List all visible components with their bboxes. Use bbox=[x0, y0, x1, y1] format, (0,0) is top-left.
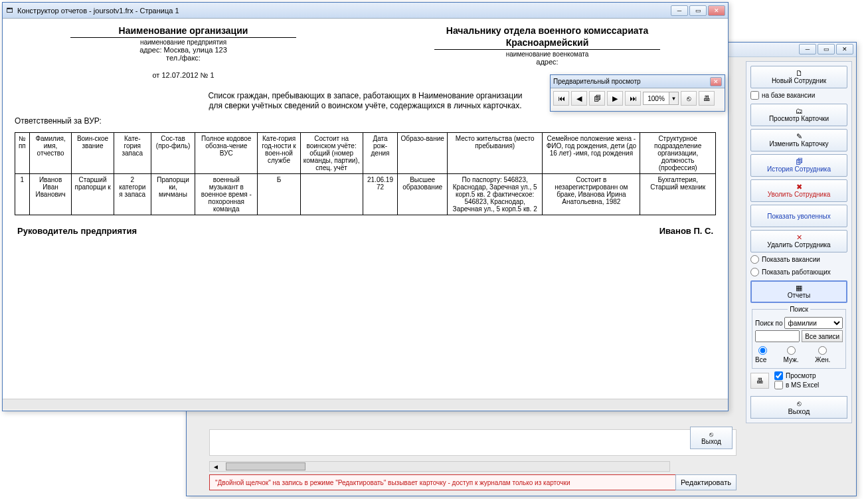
report-hscroll[interactable] bbox=[3, 399, 728, 409]
close-preview-button[interactable]: ⎋ bbox=[681, 91, 697, 106]
table-header-row: № ппФамилия, имя, отчествоВоин-ское зван… bbox=[15, 133, 716, 174]
btn-label: История Сотрудника bbox=[767, 165, 831, 173]
base-vacancy-checkbox-row[interactable]: на базе вакансии bbox=[750, 91, 847, 100]
edit-icon: ✎ bbox=[796, 133, 802, 140]
document-icon: 🗋 bbox=[796, 70, 803, 77]
search-legend: Поиск bbox=[788, 306, 810, 313]
table-header: Состоит на воинском учёте: общий (номер … bbox=[300, 133, 363, 174]
search-input[interactable] bbox=[755, 330, 800, 342]
minimize-button[interactable]: ─ bbox=[799, 44, 816, 54]
minimize-button[interactable]: ─ bbox=[671, 5, 688, 16]
new-employee-button[interactable]: 🗋 Новый Сотрудник bbox=[750, 66, 847, 88]
sidebar-panel: 🗋 Новый Сотрудник на базе вакансии 🗂 Про… bbox=[746, 61, 852, 423]
printer-icon: 🖶 bbox=[703, 94, 711, 102]
print-preview-button[interactable]: 🖶 bbox=[699, 91, 715, 106]
document-page: Наименование организации наименование пр… bbox=[3, 19, 728, 249]
preview-checkbox[interactable] bbox=[774, 371, 783, 380]
table-header: Дата рож-дения bbox=[363, 133, 398, 174]
show-working-radio[interactable] bbox=[750, 268, 759, 276]
history-button[interactable]: 🗐 История Сотрудника bbox=[750, 154, 847, 177]
chevron-down-icon[interactable]: ▼ bbox=[669, 92, 679, 105]
table-header: № пп bbox=[15, 133, 30, 174]
preview-chk-row[interactable]: Просмотр bbox=[774, 371, 819, 380]
preview-titlebar[interactable]: Предварительный просмотр ✕ bbox=[551, 75, 725, 88]
edit-card-button[interactable]: ✎ Изменить Карточку bbox=[750, 129, 847, 151]
show-working-radio-row[interactable]: Показать работающих bbox=[750, 268, 847, 276]
table-header: Сос-тав (про-филь) bbox=[151, 133, 195, 174]
last-icon: ⏭ bbox=[630, 94, 637, 102]
last-page-button[interactable]: ⏭ bbox=[625, 91, 641, 106]
base-vacancy-checkbox[interactable] bbox=[750, 91, 759, 100]
btn-label: Выход bbox=[788, 407, 810, 415]
btn-label: Отчеты bbox=[788, 292, 811, 299]
table-cell: По паспорту: 546823, Краснодар, Заречная… bbox=[447, 174, 543, 215]
zoom-input[interactable] bbox=[643, 92, 669, 105]
table-cell: военный музыкант в военное время - похор… bbox=[195, 174, 258, 215]
table-cell: Бухгалтерия, Старший механик bbox=[640, 174, 716, 215]
prev-icon: ◀ bbox=[576, 94, 582, 103]
dest-sub: наименование военкомата bbox=[434, 49, 660, 58]
table-cell: Старший прапорщи к bbox=[72, 174, 114, 215]
door-exit-icon: ⎋ bbox=[687, 94, 691, 102]
search-field-select[interactable]: фамилии bbox=[784, 317, 843, 329]
chk-label: на базе вакансии bbox=[762, 92, 815, 99]
scrollbar-thumb[interactable] bbox=[226, 462, 305, 470]
print-button[interactable]: 🖶 bbox=[750, 373, 769, 389]
btn-label: Уволить Сотрудника bbox=[768, 191, 831, 198]
fire-employee-button[interactable]: ✖ Уволить Сотрудника bbox=[750, 179, 847, 202]
zoom-select[interactable]: ▼ bbox=[643, 92, 679, 105]
report-designer-window: 🗔 Конструктор отчетов - joursotv1.frx - … bbox=[2, 2, 729, 411]
show-vacancies-radio-row[interactable]: Показать вакансии bbox=[750, 255, 847, 264]
btn-label: Новый Сотрудник bbox=[772, 77, 826, 84]
table-cell: 21.06.19 72 bbox=[363, 174, 398, 215]
table-header: Кате-гория год-ности к воен-ной службе bbox=[258, 133, 300, 174]
view-card-button[interactable]: 🗂 Просмотр Карточки bbox=[750, 104, 847, 126]
btn-label: Удалить Сотрудника bbox=[767, 241, 830, 249]
table-cell: Высшее образование bbox=[398, 174, 448, 215]
sidebar-exit-button[interactable]: ⎋ Выход bbox=[750, 396, 847, 419]
fire-icon: ✖ bbox=[796, 183, 802, 191]
close-button[interactable]: ✕ bbox=[710, 77, 722, 86]
gender-m[interactable]: Муж. bbox=[784, 344, 812, 363]
table-cell: Б bbox=[258, 174, 300, 215]
preview-toolbar-window: Предварительный просмотр ✕ ⏮ ◀ 🗐 ▶ ⏭ ▼ ⎋… bbox=[550, 74, 725, 112]
excel-checkbox[interactable] bbox=[774, 381, 783, 389]
maximize-button[interactable]: ▭ bbox=[818, 44, 835, 54]
gender-f[interactable]: Жен. bbox=[815, 344, 843, 363]
table-header: Полное кодовое обозна-чение ВУС bbox=[195, 133, 258, 174]
search-group: Поиск Поиск по фамилии Все записи Все Му… bbox=[752, 306, 846, 369]
table-header: Кате-гория запаса bbox=[114, 133, 151, 174]
edit-mode-button[interactable]: Редактировать bbox=[675, 474, 737, 490]
dest-addr: адрес: bbox=[379, 58, 716, 66]
table-header: Воин-ское звание bbox=[72, 133, 114, 174]
close-button[interactable]: ✕ bbox=[708, 5, 725, 16]
prev-page-button[interactable]: ◀ bbox=[571, 91, 587, 106]
horizontal-scrollbar[interactable]: ◄ bbox=[209, 461, 670, 472]
hint-bar: "Двойной щелчок" на запись в режиме "Ред… bbox=[209, 474, 737, 490]
table-header: Фамилия, имя, отчество bbox=[29, 133, 72, 174]
excel-chk-row[interactable]: в MS Excel bbox=[774, 381, 819, 389]
gender-all[interactable]: Все bbox=[755, 344, 780, 363]
table-header: Образо-вание bbox=[398, 133, 448, 174]
show-vacancies-radio[interactable] bbox=[750, 255, 759, 264]
table-cell bbox=[300, 174, 363, 215]
org-date: от 12.07.2012 № 1 bbox=[15, 71, 352, 79]
delete-employee-button[interactable]: ✕ Удалить Сотрудника bbox=[750, 230, 847, 252]
all-records-button[interactable]: Все записи bbox=[802, 330, 843, 342]
printer-icon: 🖶 bbox=[756, 377, 764, 385]
btn-label: Показать уволенных bbox=[767, 213, 830, 220]
secondary-exit-button[interactable]: ⎋ Выход bbox=[690, 427, 733, 449]
reports-button[interactable]: ▦ Отчеты bbox=[750, 280, 847, 303]
maximize-button[interactable]: ▭ bbox=[689, 5, 707, 16]
goto-page-button[interactable]: 🗐 bbox=[589, 91, 605, 106]
table-row: 1Иванов Иван ИвановичСтарший прапорщи к2… bbox=[15, 174, 716, 215]
org-block: Наименование организации наименование пр… bbox=[15, 23, 352, 79]
close-button[interactable]: ✕ bbox=[836, 44, 853, 54]
scroll-left-icon[interactable]: ◄ bbox=[210, 463, 222, 470]
first-page-button[interactable]: ⏮ bbox=[553, 91, 569, 106]
btn-label: Просмотр Карточки bbox=[769, 115, 829, 122]
history-icon: 🗐 bbox=[796, 158, 803, 165]
next-page-button[interactable]: ▶ bbox=[607, 91, 623, 106]
show-fired-button[interactable]: Показать уволенных bbox=[750, 205, 847, 227]
org-sub: наименование предприятия bbox=[70, 37, 296, 46]
